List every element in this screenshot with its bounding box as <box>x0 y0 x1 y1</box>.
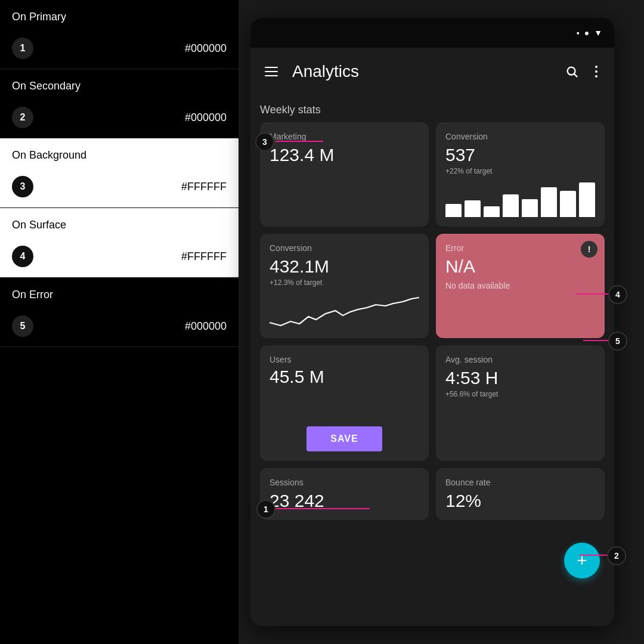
annotation-2: 2 <box>607 546 626 565</box>
hex-4: #FFFFFF <box>181 250 227 263</box>
error-sub: No data available <box>445 281 595 290</box>
on-secondary-label: On Secondary <box>0 69 239 97</box>
users-card-inner: Users 45.5 M SAVE <box>270 355 419 451</box>
error-value: N/A <box>445 256 595 276</box>
wifi-icon: ▼ <box>594 28 602 38</box>
conversion-bottom-value: 432.1M <box>270 256 419 276</box>
conversion-bottom-label: Conversion <box>270 243 419 253</box>
line-chart <box>270 293 419 329</box>
annotation-line-4 <box>576 293 608 295</box>
error-label: Error <box>445 243 595 253</box>
badge-3: 3 <box>12 176 33 197</box>
bar-8 <box>579 182 595 217</box>
on-secondary-section: On Secondary 2 #000000 <box>0 69 239 138</box>
badge-2: 2 <box>12 107 33 128</box>
bar-5 <box>522 199 538 217</box>
marketing-label: Marketing <box>270 132 419 141</box>
weekly-stats-title: Weekly stats <box>260 95 605 122</box>
content-area: Weekly stats Marketing 123.4 M Conversio… <box>250 95 614 626</box>
phone-wrapper: ▪ ● ▼ Analytics Weekly stats <box>250 18 614 626</box>
bar-3 <box>484 206 500 217</box>
more-options-button[interactable] <box>593 63 600 80</box>
bounce-rate-label: Bounce rate <box>445 478 595 487</box>
on-primary-label: On Primary <box>0 0 239 28</box>
annotation-3: 3 <box>255 132 274 151</box>
status-bar: ▪ ● ▼ <box>250 18 614 48</box>
bar-1 <box>445 204 462 217</box>
signal-icon: ● <box>584 28 589 38</box>
bounce-rate-card: Bounce rate 12% <box>436 468 605 520</box>
bar-chart <box>445 181 595 217</box>
cards-grid: Marketing 123.4 M Conversion 537 +22% of… <box>260 122 605 520</box>
phone-frame: ▪ ● ▼ Analytics Weekly stats <box>250 18 614 626</box>
on-surface-label: On Surface <box>0 208 239 236</box>
annotation-5: 5 <box>608 332 627 351</box>
marketing-card: Marketing 123.4 M <box>260 122 429 227</box>
left-panel: On Primary 1 #000000 On Secondary 2 #000… <box>0 0 239 644</box>
annotation-1: 1 <box>256 500 275 519</box>
users-value: 45.5 M <box>270 367 419 387</box>
svg-point-0 <box>568 67 575 75</box>
battery-icon: ▪ <box>577 28 580 38</box>
avg-session-value: 4:53 H <box>445 368 595 388</box>
hex-3: #FFFFFF <box>181 181 227 193</box>
fab-button[interactable]: + <box>564 543 600 578</box>
badge-4: 4 <box>12 246 33 267</box>
search-button[interactable] <box>561 60 583 83</box>
annotation-line-2 <box>580 555 607 556</box>
error-badge: ! <box>581 241 597 258</box>
marketing-value: 123.4 M <box>270 145 419 165</box>
on-primary-row-1: 1 #000000 <box>0 28 239 69</box>
sessions-label: Sessions <box>270 478 419 487</box>
on-background-section: On Background 3 #FFFFFF <box>0 138 239 208</box>
avg-session-card: Avg. session 4:53 H +56.6% of target <box>436 345 605 461</box>
on-background-label: On Background <box>0 138 239 166</box>
menu-icon[interactable] <box>265 67 278 76</box>
on-error-row-1: 5 #000000 <box>0 306 239 346</box>
svg-line-1 <box>574 74 577 77</box>
on-surface-row-1: 4 #FFFFFF <box>0 236 239 277</box>
app-title: Analytics <box>292 62 551 81</box>
on-background-row-1: 3 #FFFFFF <box>0 166 239 208</box>
annotation-line-3 <box>275 141 323 142</box>
app-bar: Analytics <box>250 48 614 95</box>
sessions-card: Sessions 23 242 <box>260 468 429 520</box>
avg-session-sub: +56.6% of target <box>445 390 595 398</box>
conversion-bottom-card: Conversion 432.1M +12.3% of target <box>260 234 429 338</box>
annotation-line-5 <box>583 340 608 341</box>
bar-4 <box>503 194 519 217</box>
avg-session-label: Avg. session <box>445 355 595 364</box>
conversion-top-label: Conversion <box>445 132 595 141</box>
annotation-4: 4 <box>608 285 627 304</box>
on-primary-section: On Primary 1 #000000 <box>0 0 239 69</box>
bar-6 <box>541 187 557 217</box>
conversion-bottom-sub: +12.3% of target <box>270 278 419 287</box>
error-card: Error ! N/A No data available <box>436 234 605 338</box>
on-surface-section: On Surface 4 #FFFFFF <box>0 208 239 278</box>
save-button[interactable]: SAVE <box>306 426 382 451</box>
users-card: Users 45.5 M SAVE <box>260 345 429 461</box>
annotation-line-1 <box>275 508 370 509</box>
conversion-top-sub: +22% of target <box>445 167 595 175</box>
users-label: Users <box>270 355 419 364</box>
conversion-top-value: 537 <box>445 145 595 165</box>
hex-5: #000000 <box>185 320 227 333</box>
hex-2: #000000 <box>185 112 227 124</box>
conversion-top-card: Conversion 537 +22% of target <box>436 122 605 227</box>
on-error-label: On Error <box>0 278 239 306</box>
badge-5: 5 <box>12 315 33 337</box>
bounce-rate-value: 12% <box>445 491 595 510</box>
badge-1: 1 <box>12 38 33 59</box>
on-error-section: On Error 5 #000000 <box>0 278 239 347</box>
hex-1: #000000 <box>185 42 227 55</box>
bar-2 <box>465 200 481 217</box>
bar-7 <box>560 191 576 217</box>
on-secondary-row-1: 2 #000000 <box>0 97 239 138</box>
